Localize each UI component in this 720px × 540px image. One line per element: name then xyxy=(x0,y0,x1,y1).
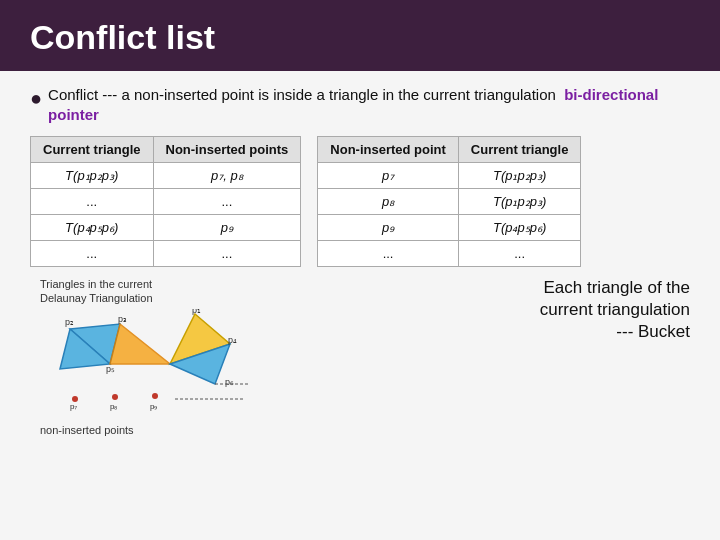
table-row: ...... xyxy=(31,240,301,266)
svg-text:p₇: p₇ xyxy=(70,402,77,411)
right-section: Non-inserted point Current triangle p₇T(… xyxy=(317,136,690,267)
svg-text:p₆: p₆ xyxy=(225,377,234,387)
bullet-icon: ● xyxy=(30,87,42,110)
table-cell: ... xyxy=(153,188,301,214)
table-row: T(p₄p₅p₆)p₉ xyxy=(31,214,301,240)
right-table-wrap: Non-inserted point Current triangle p₇T(… xyxy=(317,136,690,267)
table-cell: T(p₁p₂p₃) xyxy=(458,162,581,188)
svg-point-14 xyxy=(112,394,118,400)
svg-text:p₄: p₄ xyxy=(228,335,237,345)
right-table: Non-inserted point Current triangle p₇T(… xyxy=(317,136,581,267)
table-row: ...... xyxy=(318,240,581,266)
svg-point-16 xyxy=(152,393,158,399)
table-cell: p₇ xyxy=(318,162,459,188)
table-cell: ... xyxy=(31,188,154,214)
diagram-label-1: Triangles in the current Delaunay Triang… xyxy=(40,277,153,306)
bottom-area: Triangles in the current Delaunay Triang… xyxy=(30,277,690,438)
right-table-header-0: Non-inserted point xyxy=(318,136,459,162)
svg-text:p₉: p₉ xyxy=(150,402,157,411)
svg-text:p₅: p₅ xyxy=(106,364,115,374)
table-cell: ... xyxy=(31,240,154,266)
table-cell: T(p₄p₅p₆) xyxy=(31,214,154,240)
bullet-text: Conflict --- a non-inserted point is ins… xyxy=(48,85,690,126)
table-row: p₇T(p₁p₂p₃) xyxy=(318,162,581,188)
svg-text:p₃: p₃ xyxy=(118,314,127,324)
table-row: p₉T(p₄p₅p₆) xyxy=(318,214,581,240)
table-cell: T(p₄p₅p₆) xyxy=(458,214,581,240)
table-cell: T(p₁p₂p₃) xyxy=(31,162,154,188)
diagram-label-3: non-inserted points xyxy=(40,423,134,437)
page-title: Conflict list xyxy=(30,18,690,57)
diagram-svg: p₁ p₄ p₂ p₃ p₆ p₅ p₇ p₈ p₉ xyxy=(40,309,250,419)
bullet-main: Conflict --- a non-inserted point is ins… xyxy=(48,86,560,103)
right-table-header-1: Current triangle xyxy=(458,136,581,162)
content: ● Conflict --- a non-inserted point is i… xyxy=(0,71,720,447)
header: Conflict list xyxy=(0,0,720,71)
table-cell: p₇, p₈ xyxy=(153,162,301,188)
table-cell: ... xyxy=(458,240,581,266)
table-row: p₈T(p₁p₂p₃) xyxy=(318,188,581,214)
diagram-area: Triangles in the current Delaunay Triang… xyxy=(40,277,250,438)
table-cell: p₈ xyxy=(318,188,459,214)
left-table-wrap: Current triangle Non-inserted points T(p… xyxy=(30,136,301,267)
table-cell: p₉ xyxy=(318,214,459,240)
svg-text:p₈: p₈ xyxy=(110,402,117,411)
bottom-right: Each triangle of thecurrent triangulatio… xyxy=(260,277,690,347)
left-table-header-1: Non-inserted points xyxy=(153,136,301,162)
table-cell: ... xyxy=(153,240,301,266)
left-table: Current triangle Non-inserted points T(p… xyxy=(30,136,301,267)
svg-text:p₁: p₁ xyxy=(192,309,201,315)
table-cell: T(p₁p₂p₃) xyxy=(458,188,581,214)
table-cell: p₉ xyxy=(153,214,301,240)
slide: Conflict list ● Conflict --- a non-inser… xyxy=(0,0,720,540)
bucket-text: Each triangle of thecurrent triangulatio… xyxy=(540,277,690,343)
bullet-row: ● Conflict --- a non-inserted point is i… xyxy=(30,85,690,126)
left-table-header-0: Current triangle xyxy=(31,136,154,162)
table-row: T(p₁p₂p₃)p₇, p₈ xyxy=(31,162,301,188)
svg-text:p₂: p₂ xyxy=(65,317,74,327)
table-row: ...... xyxy=(31,188,301,214)
tables-and-diagram: Current triangle Non-inserted points T(p… xyxy=(30,136,690,267)
svg-marker-3 xyxy=(110,324,170,364)
table-cell: ... xyxy=(318,240,459,266)
